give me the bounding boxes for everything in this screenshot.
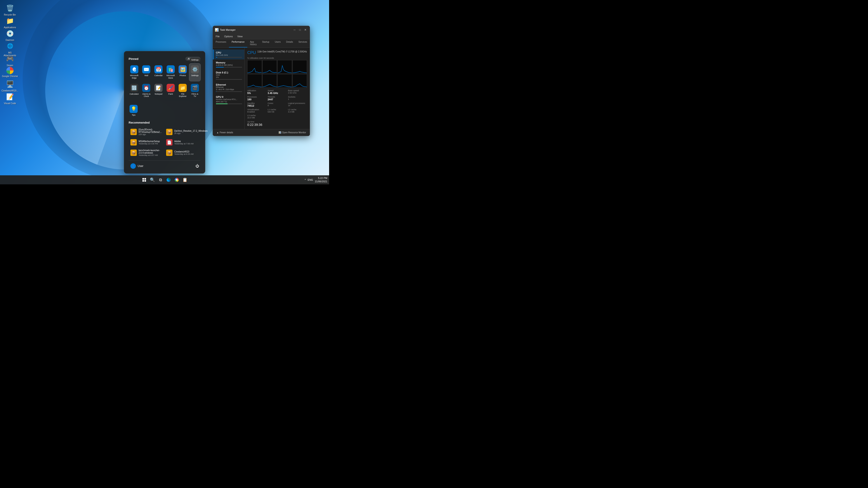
menu-options[interactable]: Options [223,35,234,38]
fewer-details-icon: ▲ [217,131,219,134]
tab-processes[interactable]: Processes [213,39,229,47]
pinned-alarms[interactable]: ⏰ Alarms & Clock [141,82,152,100]
tab-startup[interactable]: Startup [259,39,272,47]
rec-benchmark-icon: 📦 [130,150,137,156]
chrome-taskbar-button[interactable] [173,176,180,184]
power-button[interactable]: ⏻ [194,163,200,169]
task-manager-icon: 📊 [215,28,219,32]
open-resource-monitor-button[interactable]: 📊 Open Resource Monitor [277,131,307,134]
fewer-details-button[interactable]: ▲ Fewer details [215,131,235,134]
rec-msi-icon: 📦 [130,139,137,145]
taskbar: 🔍 ⧉ 📋 ^ ENG 5:22 PM 21/06/2021 [0,175,329,184]
minimize-button[interactable]: ─ [292,27,297,32]
sidebar-gpu[interactable]: GPU 0 NVIDIA GeForce RTX...45% (43 °C) [213,94,244,106]
task-manager-content: CPU 5% 3.45 GHz Memory 4.8/15.9 GB (30%)… [213,48,310,129]
threads-stat: Threads 2447 [268,96,287,101]
start-menu: Pinned All apps › Microsoft Edge ✉️ Mail… [124,51,205,173]
pinned-edge[interactable]: Microsoft Edge [129,64,140,81]
recycle-bin-icon[interactable]: 🗑️ Recycle Bin [1,3,19,17]
pinned-ms-store[interactable]: 🛍️ Microsoft Store [165,64,176,81]
sidebar-cpu[interactable]: CPU 5% 3.45 GHz [213,50,244,59]
pinned-file-explorer[interactable]: 📁 File Explorer [177,82,188,100]
base-speed-stat: Base speed: 2.50 GHz [288,90,307,94]
rec-guru3d[interactable]: 📦 [Guru3Dcom]-RTSSsetup732Beta2... 22h a… [129,127,163,137]
tab-users[interactable]: Users [272,39,283,47]
clock-display[interactable]: 5:22 PM 21/06/2021 [315,176,327,184]
performance-sidebar: CPU 5% 3.45 GHz Memory 4.8/15.9 GB (30%)… [213,48,245,129]
cpu-graph-1 [262,60,277,74]
svg-rect-0 [143,178,144,180]
resource-monitor-icon: 📊 [278,131,281,134]
tray-expand-icon[interactable]: ^ [305,178,306,181]
pinned-settings[interactable]: Settings ⚙️ Settings [189,64,200,81]
user-name: User [138,164,143,168]
pinned-calendar[interactable]: 📅 Calendar [153,64,164,81]
task-view-button[interactable]: ⧉ [157,176,164,184]
sidebar-memory[interactable]: Memory 4.8/15.9 GB (30%) [213,59,244,69]
recommended-list: 📦 [Guru3Dcom]-RTSSsetup732Beta2... 22h a… [129,127,200,158]
utilization-stat: Utilization 5% [247,90,266,94]
rec-benchmark[interactable]: 📦 benchmark-launcher-2.0.4-windows Yeste… [129,148,163,158]
rec-davinci[interactable]: 📦 DaVinci_Resolve_17.2_Windows 2h ago [164,127,209,137]
applications-icon[interactable]: 📁 Applications [1,15,19,30]
tab-performance[interactable]: Performance [229,39,247,47]
tab-details[interactable]: Details [283,39,296,47]
task-manager-menubar: File Options View [213,34,310,39]
cinebench-icon[interactable]: 🖥️ CinebenchR20... [1,78,19,93]
sidebar-ethernet[interactable]: Ethernet EthernetS: 48.0 R: 216 Kbps [213,82,244,94]
recommended-title: Recommended [129,121,150,124]
l3-stat: L3 cache: 16.0 MB [247,114,266,119]
rec-cinebench[interactable]: 📦 CinebenchR23 Yesterday at 6:33 AM [164,148,209,158]
sidebar-disk[interactable]: Disk 0 (C:) SSD1% [213,69,244,82]
processes-stat: Processes 180 [247,96,266,101]
user-avatar: 👤 [130,163,136,169]
pinned-title: Pinned [129,57,138,61]
recommended-header: Recommended [129,121,200,124]
rec-cinebench-icon: 📦 [166,150,173,156]
start-button[interactable] [141,176,148,184]
menu-view[interactable]: View [237,35,244,38]
task-manager-window: 📊 Task Manager ─ □ ✕ File Options View P… [213,26,310,136]
tab-app-history[interactable]: App history [247,39,259,47]
google-chrome-icon[interactable]: Google Chrome [1,66,19,78]
search-button[interactable]: 🔍 [149,176,156,184]
recommended-section: Recommended 📦 [Guru3Dcom]-RTSSsetup732Be… [129,121,200,158]
pinned-apps-grid: Microsoft Edge ✉️ Mail 📅 Calendar 🛍️ Mic… [129,64,200,99]
cpu-stats: Utilization 5% Speed 3.45 GHz Base speed… [247,90,307,119]
time-display: 5:22 PM [315,176,327,180]
handles-stat: Handles 74512 [247,102,266,107]
user-button[interactable]: 👤 User [129,162,145,170]
rec-guru3d-icon: 📦 [130,129,137,135]
virt-stat: Virtualization: Enabled [247,108,266,113]
pinned-tips[interactable]: 💡 Tips [129,103,138,118]
pinned-paint[interactable]: 🖌️ Paint [165,82,176,100]
close-button[interactable]: ✕ [303,27,308,32]
rec-adobe[interactable]: 📄 Adobe Yesterday at 7:00 AM [164,138,209,147]
taskmanager-taskbar-button[interactable]: 📋 [181,176,188,184]
desktop: 🗑️ Recycle Bin 📁 Applications 💿 Daemon 🌐… [0,0,329,184]
l1-stat: L1 cache: 640 KB [268,108,287,113]
cores-stat: Cores: 8 [268,102,287,107]
pinned-notepad[interactable]: 📝 Notepad [153,82,164,100]
pinned-section-header: Pinned All apps › [129,57,200,61]
all-apps-button[interactable]: All apps › [185,57,200,61]
rec-msi[interactable]: 📦 MSIAfterburnerSetup Yesterday at 4:36 … [129,138,163,147]
pinned-mail[interactable]: ✉️ Mail [141,64,152,81]
logical-stat: Logical processors: 16 [288,102,307,107]
pinned-calculator[interactable]: 🔢 Calculator [129,82,140,100]
task-manager-footer: ▲ Fewer details 📊 Open Resource Monitor [213,129,310,136]
cpu-graph-7 [292,74,307,88]
edge-taskbar-button[interactable] [165,176,172,184]
steam-icon[interactable]: 🎮 Steam [1,53,19,68]
menu-file[interactable]: File [215,35,221,38]
chevron-right-icon: › [197,57,198,60]
daemon-icon[interactable]: 💿 Daemon [1,28,19,42]
uptime-section: Up time 0:22:39:36 [247,121,307,127]
maximize-button[interactable]: □ [298,27,303,32]
date-display: 21/06/2021 [315,180,327,183]
tab-services[interactable]: Services [296,39,310,47]
pinned-photos[interactable]: 🖼️ Photos [177,64,188,81]
visual-code-icon[interactable]: 📝 Visual Code [1,91,19,106]
start-menu-bottom: 👤 User ⏻ [129,160,200,170]
pinned-films-tv[interactable]: 🎬 Films & TV [189,82,200,100]
